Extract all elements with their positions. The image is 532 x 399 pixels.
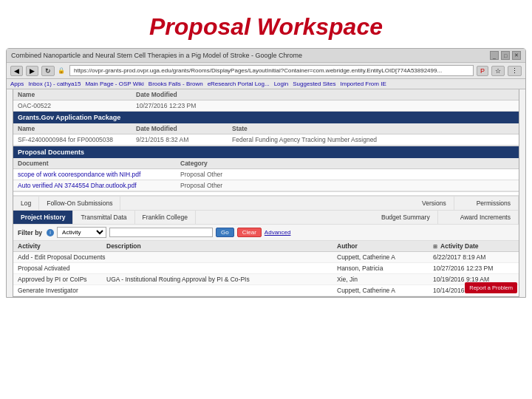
docs-section-header: Proposal Documents: [13, 146, 519, 158]
bookmark-btn[interactable]: ☆: [491, 66, 505, 76]
address-bar[interactable]: [69, 65, 474, 76]
grants-col-name: Name: [18, 125, 136, 132]
filter-row: Filter by i Activity Description Author …: [13, 225, 519, 241]
menu-btn[interactable]: ⋮: [508, 66, 522, 76]
activity-row-0: Add - Edit Proposal Documents Cuppett, C…: [13, 252, 519, 263]
filter-label: Filter by: [18, 229, 42, 236]
top-table-row: OAC-00522 10/27/2016 12:23 PM: [13, 100, 519, 112]
activity-0-desc: [106, 253, 337, 261]
activity-1-desc: [106, 265, 337, 272]
doc-name-0[interactable]: scope of work coorespondance with NIH.pd…: [18, 171, 180, 178]
minimize-btn[interactable]: _: [490, 51, 499, 60]
filter-info-icon[interactable]: i: [47, 229, 54, 236]
activity-3-desc: [106, 287, 337, 294]
activity-0-activity: Add - Edit Proposal Documents: [18, 253, 106, 261]
tab-franklin[interactable]: Franklin College: [135, 211, 196, 224]
activity-col-author: Author: [337, 242, 433, 250]
tab-budget[interactable]: Budget Summary: [374, 211, 438, 224]
close-btn[interactable]: ✕: [512, 51, 521, 60]
tab-permissions[interactable]: Permissions: [469, 197, 519, 210]
refresh-btn[interactable]: ↻: [41, 66, 55, 76]
bookmark-suggested[interactable]: Suggested Sites: [293, 81, 335, 87]
sort-icon: ⊞: [433, 244, 437, 250]
main-content: Name Date Modified OAC-00522 10/27/2016 …: [13, 89, 519, 297]
tab-versions[interactable]: Versions: [415, 197, 454, 210]
browser-title: Combined Nanoparticle and Neural Stem Ce…: [11, 52, 302, 59]
browser-titlebar: Combined Nanoparticle and Neural Stem Ce…: [7, 49, 525, 63]
col-date-header: Date Modified: [136, 91, 232, 98]
bookmark-login[interactable]: Login: [274, 81, 289, 87]
activity-1-author: Hanson, Patricia: [337, 265, 433, 272]
grants-row-name: SF-42400000984 for FP00005038: [18, 136, 136, 143]
top-table-header: Name Date Modified: [13, 89, 519, 100]
activity-3-author: Cuppett, Catherine A: [337, 287, 433, 294]
docs-row-1: Auto verified AN 3744554 Dhar.outlook.pd…: [13, 180, 519, 191]
pinterest-btn[interactable]: P: [477, 66, 488, 76]
back-btn[interactable]: ◀: [10, 66, 23, 76]
bookmark-apps[interactable]: Apps: [10, 81, 24, 87]
activity-row-1: Proposal Activated Hanson, Patricia 10/2…: [13, 263, 519, 274]
activity-0-date: 6/22/2017 8:19 AM: [433, 253, 514, 261]
forward-btn[interactable]: ▶: [26, 66, 38, 76]
grants-row-state: Federal Funding Agency Tracking Number A…: [232, 136, 514, 143]
filter-clear-btn[interactable]: Clear: [237, 228, 262, 237]
tab-transmittal[interactable]: Transmittal Data: [73, 211, 134, 224]
page-title-area: Proposal Workspace: [0, 0, 532, 48]
grants-section-header: Grants.Gov Application Package: [13, 112, 519, 123]
report-problem-btn[interactable]: Report a Problem: [465, 282, 517, 293]
activity-2-author: Xie, Jin: [337, 276, 433, 283]
activity-2-desc: UGA - Institutional Routing Approval by …: [106, 276, 337, 283]
activity-3-activity: Generate Investigator: [18, 287, 106, 294]
grants-table-header: Name Date Modified State: [13, 123, 519, 134]
grants-section: Grants.Gov Application Package Name Date…: [13, 112, 519, 146]
activity-1-activity: Proposal Activated: [18, 265, 106, 272]
top-row-date: 10/27/2016 12:23 PM: [136, 102, 232, 109]
bookmarks-bar: Apps Inbox (1) - cathya15 Main Page - OS…: [7, 79, 525, 89]
tab-award[interactable]: Award Increments: [453, 211, 519, 224]
activity-table-header: Activity Description Author ⊞ Activity D…: [13, 241, 519, 252]
top-table: Name Date Modified OAC-00522 10/27/2016 …: [13, 89, 519, 112]
bookmark-brooks[interactable]: Brooks Falls - Brown: [149, 81, 203, 87]
docs-row-0: scope of work coorespondance with NIH.pd…: [13, 169, 519, 180]
secure-icon: 🔒: [58, 67, 65, 74]
col-name-header: Name: [18, 91, 136, 98]
activity-2-activity: Approved by PI or CoIPs: [18, 276, 106, 283]
activity-1-date: 10/27/2016 12:23 PM: [433, 265, 514, 272]
tab-project-history[interactable]: Project History: [13, 211, 73, 224]
docs-table-header: Document Category: [13, 158, 519, 169]
doc-cat-0: Proposal Other: [180, 171, 514, 178]
bookmark-ospwiki[interactable]: Main Page - OSP Wiki: [85, 81, 143, 87]
activity-col-date: ⊞ Activity Date: [433, 242, 514, 250]
tab-log[interactable]: Log: [13, 197, 39, 210]
filter-select[interactable]: Activity Description Author: [57, 227, 106, 238]
activity-section: Activity Description Author ⊞ Activity D…: [13, 241, 519, 296]
grants-row-date: 9/21/2015 8:32 AM: [136, 136, 232, 143]
filter-input[interactable]: [109, 228, 213, 237]
grants-section-title: Grants.Gov Application Package: [18, 114, 120, 121]
activity-row-3: Generate Investigator Cuppett, Catherine…: [13, 285, 519, 296]
docs-col-doc: Document: [18, 160, 180, 167]
top-row-name: OAC-00522: [18, 102, 136, 109]
bottom-tabs: Log Follow-On Submissions Versions Permi…: [13, 195, 519, 211]
grants-col-date: Date Modified: [136, 125, 232, 132]
page-title: Proposal Workspace: [149, 13, 383, 40]
tab-follow-on[interactable]: Follow-On Submissions: [39, 197, 120, 210]
docs-section-title: Proposal Documents: [18, 149, 84, 156]
filter-advanced-btn[interactable]: Advanced: [265, 229, 291, 236]
bookmark-inbox[interactable]: Inbox (1) - cathya15: [28, 81, 81, 87]
project-history-row: Project History Transmittal Data Frankli…: [13, 211, 519, 225]
activity-0-author: Cuppett, Catherine A: [337, 253, 433, 261]
maximize-btn[interactable]: □: [501, 51, 510, 60]
grants-table-row: SF-42400000984 for FP00005038 9/21/2015 …: [13, 134, 519, 146]
browser-toolbar: ◀ ▶ ↻ 🔒 P ☆ ⋮: [7, 63, 525, 79]
activity-col-activity: Activity: [18, 242, 106, 250]
proposal-docs-section: Proposal Documents Document Category sco…: [13, 146, 519, 192]
doc-cat-1: Proposal Other: [180, 182, 514, 189]
bookmark-imported[interactable]: Imported From IE: [341, 81, 386, 87]
window-controls: _ □ ✕: [490, 51, 521, 60]
docs-col-cat: Category: [180, 160, 514, 167]
activity-col-desc: Description: [106, 242, 337, 250]
bookmark-eresearch[interactable]: eResearch Portal Log...: [208, 81, 270, 87]
filter-go-btn[interactable]: Go: [216, 228, 234, 237]
doc-name-1[interactable]: Auto verified AN 3744554 Dhar.outlook.pd…: [18, 182, 180, 189]
